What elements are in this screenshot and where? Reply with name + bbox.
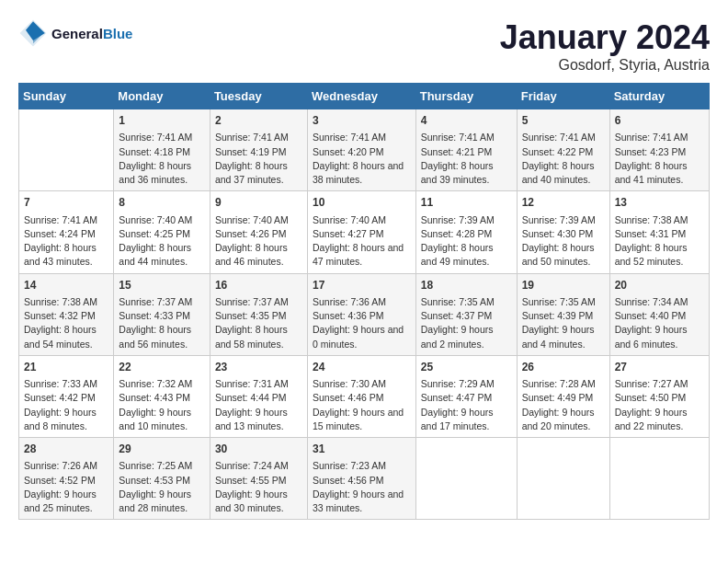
sunset-text: Sunset: 4:37 PM — [421, 310, 493, 321]
day-header-tuesday: Tuesday — [210, 84, 307, 109]
daylight-text: Daylight: 9 hours and 4 minutes. — [522, 324, 595, 349]
day-number: 9 — [215, 195, 302, 211]
calendar-cell: 3Sunrise: 7:41 AMSunset: 4:20 PMDaylight… — [307, 109, 415, 191]
sunrise-text: Sunrise: 7:30 AM — [313, 378, 386, 389]
calendar-cell: 29Sunrise: 7:25 AMSunset: 4:53 PMDayligh… — [114, 438, 210, 520]
sunset-text: Sunset: 4:23 PM — [615, 146, 687, 157]
calendar-cell: 26Sunrise: 7:28 AMSunset: 4:49 PMDayligh… — [517, 355, 609, 437]
daylight-text: Daylight: 8 hours and 39 minutes. — [421, 160, 494, 185]
day-number: 28 — [24, 442, 108, 457]
sunrise-text: Sunrise: 7:37 AM — [119, 296, 192, 307]
daylight-text: Daylight: 9 hours and 13 minutes. — [215, 407, 288, 431]
daylight-text: Daylight: 9 hours and 0 minutes. — [313, 324, 404, 349]
calendar-cell: 12Sunrise: 7:39 AMSunset: 4:30 PMDayligh… — [517, 191, 609, 273]
sunrise-text: Sunrise: 7:32 AM — [119, 378, 192, 389]
day-number: 22 — [119, 360, 205, 375]
day-number: 5 — [522, 113, 605, 129]
daylight-text: Daylight: 8 hours and 38 minutes. — [313, 160, 404, 185]
sunset-text: Sunset: 4:39 PM — [522, 310, 594, 321]
calendar-cell: 27Sunrise: 7:27 AMSunset: 4:50 PMDayligh… — [609, 355, 709, 437]
sunrise-text: Sunrise: 7:31 AM — [215, 378, 289, 389]
day-number: 1 — [119, 113, 205, 129]
sunrise-text: Sunrise: 7:40 AM — [215, 214, 289, 225]
day-number: 23 — [215, 360, 302, 375]
sunset-text: Sunset: 4:55 PM — [215, 475, 287, 486]
calendar-cell: 16Sunrise: 7:37 AMSunset: 4:35 PMDayligh… — [210, 273, 307, 355]
day-number: 11 — [421, 195, 512, 211]
sunset-text: Sunset: 4:53 PM — [119, 475, 190, 486]
sunset-text: Sunset: 4:44 PM — [215, 392, 287, 403]
daylight-text: Daylight: 8 hours and 56 minutes. — [119, 324, 191, 349]
sunrise-text: Sunrise: 7:41 AM — [615, 132, 688, 143]
sunset-text: Sunset: 4:40 PM — [615, 310, 687, 321]
sunset-text: Sunset: 4:52 PM — [24, 475, 96, 486]
daylight-text: Daylight: 8 hours and 58 minutes. — [215, 324, 288, 349]
sunrise-text: Sunrise: 7:23 AM — [313, 460, 386, 471]
sunrise-text: Sunrise: 7:40 AM — [119, 214, 192, 225]
daylight-text: Daylight: 8 hours and 41 minutes. — [615, 160, 688, 185]
calendar-week-row: 7Sunrise: 7:41 AMSunset: 4:24 PMDaylight… — [19, 191, 710, 273]
sunrise-text: Sunrise: 7:33 AM — [24, 378, 97, 389]
sunrise-text: Sunrise: 7:28 AM — [522, 378, 596, 389]
sunset-text: Sunset: 4:33 PM — [119, 310, 190, 321]
sunset-text: Sunset: 4:30 PM — [522, 228, 594, 239]
sunset-text: Sunset: 4:27 PM — [313, 228, 384, 239]
sunrise-text: Sunrise: 7:38 AM — [615, 214, 688, 225]
sunset-text: Sunset: 4:32 PM — [24, 310, 96, 321]
daylight-text: Daylight: 8 hours and 36 minutes. — [119, 160, 191, 185]
calendar-week-row: 14Sunrise: 7:38 AMSunset: 4:32 PMDayligh… — [19, 273, 710, 355]
sunrise-text: Sunrise: 7:34 AM — [615, 296, 688, 307]
daylight-text: Daylight: 8 hours and 49 minutes. — [421, 242, 494, 267]
calendar-week-row: 21Sunrise: 7:33 AMSunset: 4:42 PMDayligh… — [19, 355, 710, 437]
sunset-text: Sunset: 4:49 PM — [522, 392, 594, 403]
calendar-cell: 20Sunrise: 7:34 AMSunset: 4:40 PMDayligh… — [609, 273, 709, 355]
day-number: 21 — [24, 360, 108, 375]
day-header-saturday: Saturday — [609, 84, 709, 109]
sunrise-text: Sunrise: 7:36 AM — [313, 296, 386, 307]
daylight-text: Daylight: 9 hours and 6 minutes. — [615, 324, 688, 349]
day-number: 20 — [615, 278, 704, 293]
calendar-cell: 4Sunrise: 7:41 AMSunset: 4:21 PMDaylight… — [415, 109, 517, 191]
daylight-text: Daylight: 8 hours and 47 minutes. — [313, 242, 404, 267]
calendar-cell: 30Sunrise: 7:24 AMSunset: 4:55 PMDayligh… — [210, 438, 307, 520]
sunrise-text: Sunrise: 7:41 AM — [215, 132, 289, 143]
sunset-text: Sunset: 4:21 PM — [421, 146, 493, 157]
calendar-cell: 7Sunrise: 7:41 AMSunset: 4:24 PMDaylight… — [19, 191, 114, 273]
day-number: 7 — [24, 195, 108, 211]
daylight-text: Daylight: 8 hours and 46 minutes. — [215, 242, 288, 267]
day-number: 14 — [24, 278, 108, 293]
calendar-cell: 15Sunrise: 7:37 AMSunset: 4:33 PMDayligh… — [114, 273, 210, 355]
sunset-text: Sunset: 4:28 PM — [421, 228, 493, 239]
sunset-text: Sunset: 4:20 PM — [313, 146, 384, 157]
calendar-week-row: 1Sunrise: 7:41 AMSunset: 4:18 PMDaylight… — [19, 109, 710, 191]
page-header: GeneralBlue January 2024 Gosdorf, Styria… — [18, 18, 710, 74]
sunrise-text: Sunrise: 7:39 AM — [522, 214, 596, 225]
sunset-text: Sunset: 4:25 PM — [119, 228, 190, 239]
day-number: 3 — [313, 113, 411, 129]
day-header-friday: Friday — [517, 84, 609, 109]
calendar-week-row: 28Sunrise: 7:26 AMSunset: 4:52 PMDayligh… — [19, 438, 710, 520]
sunset-text: Sunset: 4:35 PM — [215, 310, 287, 321]
calendar-cell: 13Sunrise: 7:38 AMSunset: 4:31 PMDayligh… — [609, 191, 709, 273]
daylight-text: Daylight: 9 hours and 20 minutes. — [522, 407, 595, 431]
calendar-cell — [609, 438, 709, 520]
calendar-cell: 24Sunrise: 7:30 AMSunset: 4:46 PMDayligh… — [307, 355, 415, 437]
day-number: 31 — [313, 442, 411, 457]
sunset-text: Sunset: 4:46 PM — [313, 392, 384, 403]
calendar-cell: 14Sunrise: 7:38 AMSunset: 4:32 PMDayligh… — [19, 273, 114, 355]
calendar-cell: 10Sunrise: 7:40 AMSunset: 4:27 PMDayligh… — [307, 191, 415, 273]
calendar-cell: 31Sunrise: 7:23 AMSunset: 4:56 PMDayligh… — [307, 438, 415, 520]
calendar-header-row: SundayMondayTuesdayWednesdayThursdayFrid… — [19, 84, 710, 109]
sunset-text: Sunset: 4:36 PM — [313, 310, 384, 321]
sunset-text: Sunset: 4:47 PM — [421, 392, 493, 403]
calendar-cell: 21Sunrise: 7:33 AMSunset: 4:42 PMDayligh… — [19, 355, 114, 437]
daylight-text: Daylight: 8 hours and 50 minutes. — [522, 242, 595, 267]
sunrise-text: Sunrise: 7:41 AM — [313, 132, 386, 143]
logo-icon — [18, 18, 48, 48]
daylight-text: Daylight: 9 hours and 17 minutes. — [421, 407, 494, 431]
day-header-wednesday: Wednesday — [307, 84, 415, 109]
daylight-text: Daylight: 8 hours and 52 minutes. — [615, 242, 688, 267]
day-number: 2 — [215, 113, 302, 129]
calendar-cell: 9Sunrise: 7:40 AMSunset: 4:26 PMDaylight… — [210, 191, 307, 273]
sunset-text: Sunset: 4:18 PM — [119, 146, 190, 157]
